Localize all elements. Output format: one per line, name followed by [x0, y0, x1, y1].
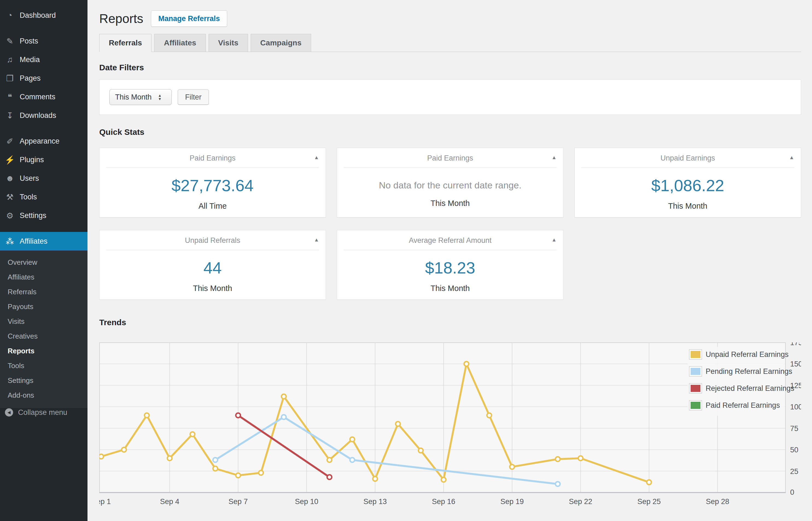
trends-heading: Trends [99, 318, 801, 327]
filter-button[interactable]: Filter [178, 89, 209, 105]
plugins-icon: ⚡ [0, 155, 20, 165]
submenu-item-payouts[interactable]: Payouts [0, 299, 88, 314]
data-point [167, 456, 172, 460]
stat-card-title: Unpaid Referrals [99, 236, 326, 245]
legend-swatch [691, 368, 700, 375]
date-range-value: This Month [115, 93, 152, 101]
sidebar-item-label: Dashboard [20, 11, 56, 20]
x-tick-label: Sep 16 [432, 497, 456, 506]
affiliates-icon: ⁂ [0, 236, 20, 246]
legend-label: Rejected Referral Earnings [706, 384, 794, 392]
stat-card-value: No data for the current date range. [337, 180, 563, 190]
sidebar-item-label: Appearance [20, 137, 60, 145]
collapse-caret-icon[interactable]: ▲ [552, 155, 557, 161]
submenu-item-affiliates[interactable]: Affiliates [0, 270, 88, 285]
legend-label: Paid Referral Earnings [706, 401, 780, 409]
sidebar-item-label: Downloads [20, 111, 56, 120]
stat-card-value: $27,773.64 [99, 176, 326, 195]
sidebar-item-posts[interactable]: ✎Posts [0, 32, 88, 50]
legend-label: Pending Referral Earnings [706, 367, 792, 376]
data-point [99, 454, 103, 459]
stat-card-caption: This Month [337, 284, 563, 293]
collapse-menu-button[interactable]: ◀ Collapse menu [0, 404, 88, 421]
card-divider [106, 250, 319, 250]
sidebar-item-pages[interactable]: ❐Pages [0, 69, 88, 88]
data-point [556, 457, 560, 461]
main-content: Reports Manage Referrals ReferralsAffili… [88, 0, 812, 521]
data-point [441, 477, 446, 482]
stat-card: Paid Earnings▲No data for the current da… [337, 148, 563, 218]
collapse-caret-icon[interactable]: ▲ [314, 237, 319, 243]
submenu-item-creatives[interactable]: Creatives [0, 329, 88, 343]
submenu-item-settings[interactable]: Settings [0, 373, 88, 388]
data-point [419, 448, 423, 453]
data-point [556, 482, 560, 486]
select-arrows-icon: ▴▾ [159, 93, 161, 100]
stat-card-value: $18.23 [337, 258, 563, 277]
collapse-caret-icon[interactable]: ▲ [552, 237, 557, 243]
sidebar-item-tools[interactable]: ⚒Tools [0, 188, 88, 206]
sidebar-item-affiliates[interactable]: ⁂Affiliates [0, 232, 88, 250]
submenu-item-add-ons[interactable]: Add-ons [0, 388, 88, 403]
sidebar-item-users[interactable]: ☻Users [0, 169, 88, 188]
tab-affiliates[interactable]: Affiliates [154, 34, 206, 52]
date-filters-panel: This Month ▴▾ Filter [99, 79, 801, 115]
sidebar-item-downloads[interactable]: ↧Downloads [0, 106, 88, 125]
submenu-item-tools[interactable]: Tools [0, 358, 88, 373]
sidebar-item-dashboard[interactable]: ◔Dashboard [0, 6, 88, 25]
y-tick-label: 175 [790, 342, 801, 347]
data-point [259, 470, 263, 475]
stat-card: Average Referral Amount▲$18.23This Month [337, 230, 563, 300]
chart-legend: Unpaid Referral EarningsPending Referral… [688, 347, 794, 416]
sidebar-menu: ◔Dashboard✎Posts♫Media❐Pages❝Comments↧Do… [0, 6, 88, 408]
pages-icon: ❐ [0, 73, 20, 83]
collapse-caret-icon[interactable]: ▲ [789, 155, 794, 161]
sidebar-item-label: Pages [20, 74, 41, 83]
submenu-item-visits[interactable]: Visits [0, 314, 88, 329]
data-point [327, 457, 332, 462]
sidebar-item-media[interactable]: ♫Media [0, 50, 88, 69]
card-divider [581, 167, 794, 168]
x-tick-label: Sep 1 [99, 497, 111, 506]
card-divider [106, 167, 319, 168]
y-tick-label: 25 [790, 468, 798, 476]
sidebar-item-label: Affiliates [20, 237, 48, 246]
submenu-item-reports[interactable]: Reports [0, 343, 88, 358]
settings-icon: ⚙ [0, 211, 20, 221]
sidebar-item-plugins[interactable]: ⚡Plugins [0, 151, 88, 169]
manage-referrals-button[interactable]: Manage Referrals [151, 10, 227, 27]
affiliates-submenu: OverviewAffiliatesReferralsPayoutsVisits… [0, 250, 88, 408]
quick-stats-heading: Quick Stats [99, 128, 801, 137]
tab-campaigns[interactable]: Campaigns [251, 34, 311, 52]
downloads-icon: ↧ [0, 111, 20, 120]
data-point [122, 448, 126, 452]
y-tick-label: 100 [790, 403, 801, 411]
page-header: Reports Manage Referrals [99, 10, 801, 27]
data-point [487, 413, 492, 417]
sidebar-item-appearance[interactable]: ✐Appearance [0, 132, 88, 151]
submenu-item-referrals[interactable]: Referrals [0, 285, 88, 299]
legend-swatch [691, 351, 700, 358]
legend-swatch [691, 402, 700, 409]
sidebar-item-label: Settings [20, 211, 46, 220]
sidebar-item-label: Posts [20, 37, 38, 45]
submenu-item-overview[interactable]: Overview [0, 255, 88, 270]
y-tick-label: 50 [790, 446, 798, 454]
data-point [647, 480, 651, 484]
tab-referrals[interactable]: Referrals [99, 34, 152, 52]
tools-icon: ⚒ [0, 192, 20, 202]
page-title: Reports [99, 11, 143, 26]
sidebar-item-comments[interactable]: ❝Comments [0, 88, 88, 106]
data-point [282, 394, 286, 399]
data-point [190, 432, 195, 436]
collapse-caret-icon[interactable]: ▲ [314, 155, 319, 161]
sidebar-item-settings[interactable]: ⚙Settings [0, 206, 88, 225]
report-tabs: ReferralsAffiliatesVisitsCampaigns [99, 34, 801, 52]
y-tick-label: 150 [790, 360, 801, 368]
data-point [510, 465, 514, 469]
sidebar-item-label: Media [20, 55, 40, 64]
date-range-select[interactable]: This Month ▴▾ [109, 89, 172, 105]
x-tick-label: Sep 25 [637, 497, 661, 506]
tab-visits[interactable]: Visits [209, 34, 248, 52]
legend-label: Unpaid Referral Earnings [706, 350, 788, 359]
